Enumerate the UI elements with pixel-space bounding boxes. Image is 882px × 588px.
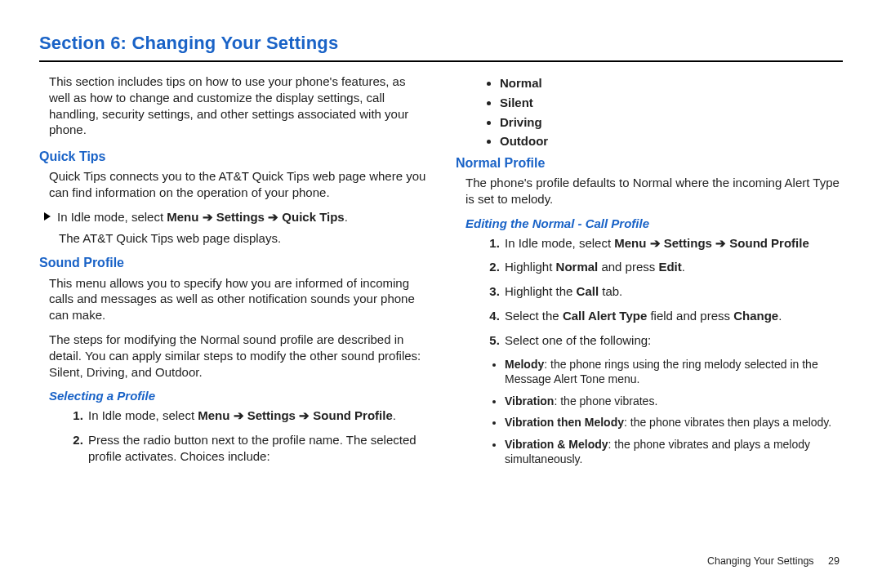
editing-steps: In Idle mode, select Menu ➔ Settings ➔ S… [456, 235, 843, 349]
text: . [778, 309, 782, 323]
profile-choice-list: Normal Silent Driving Outdoor [456, 75, 843, 149]
intro-paragraph: This section includes tips on how to use… [39, 74, 426, 138]
list-item: Highlight the Call tab. [503, 283, 843, 300]
page-number: 29 [828, 555, 840, 567]
normal-profile-body: The phone's profile defaults to Normal w… [456, 175, 843, 207]
menu-label: Menu [198, 408, 229, 422]
list-item: Normal [500, 75, 843, 91]
call-label: Call [577, 284, 599, 298]
list-item: Vibration & Melody: the phone vibrates a… [505, 437, 843, 467]
arrow-icon: ➔ [646, 236, 663, 250]
quick-tips-body: Quick Tips connects you to the AT&T Quic… [39, 168, 426, 201]
right-column: Normal Silent Driving Outdoor Normal Pro… [456, 74, 843, 473]
selecting-profile-heading: Selecting a Profile [39, 388, 426, 404]
list-item: Select the Call Alert Type field and pre… [503, 308, 843, 324]
list-item: In Idle mode, select Menu ➔ Settings ➔ S… [87, 408, 426, 424]
quick-tips-step: In Idle mode, select Menu ➔ Settings ➔ Q… [44, 209, 426, 225]
text: Select the [505, 309, 563, 323]
settings-label: Settings [664, 236, 712, 250]
menu-label: Menu [614, 236, 646, 250]
selecting-profile-steps: In Idle mode, select Menu ➔ Settings ➔ S… [39, 408, 426, 464]
arrow-icon: ➔ [198, 210, 216, 224]
quick-tips-label: Quick Tips [282, 210, 344, 224]
edit-label: Edit [658, 260, 681, 274]
option-name: Vibration then Melody [505, 416, 624, 429]
editing-normal-call-heading: Editing the Normal - Call Profile [456, 216, 843, 232]
option-desc: : the phone vibrates. [554, 394, 657, 408]
text: In Idle mode, select [505, 236, 614, 250]
alert-type-options: Melody: the phone rings using the ring m… [456, 357, 843, 467]
list-item: Vibration then Melody: the phone vibrate… [505, 415, 843, 430]
normal-label: Normal [556, 260, 599, 274]
text: In Idle mode, select [57, 210, 167, 224]
sound-profile-label: Sound Profile [729, 236, 809, 250]
call-alert-type-label: Call Alert Type [563, 309, 647, 323]
quick-tips-heading: Quick Tips [39, 148, 426, 165]
list-item: Highlight Normal and press Edit. [503, 259, 843, 275]
page: Section 6: Changing Your Settings This s… [0, 0, 882, 588]
option-name: Melody [505, 358, 544, 371]
list-item: Melody: the phone rings using the ring m… [505, 357, 843, 387]
menu-label: Menu [167, 210, 198, 224]
text: Highlight [505, 260, 556, 274]
list-item: Outdoor [500, 133, 843, 149]
list-item: Driving [500, 114, 843, 131]
list-item: Silent [500, 95, 843, 111]
normal-profile-heading: Normal Profile [456, 154, 843, 172]
arrow-icon: ➔ [265, 210, 282, 224]
text: In Idle mode, select [88, 408, 198, 422]
option-desc: : the phone rings using the ring melody … [505, 358, 818, 385]
text: tab. [599, 284, 622, 298]
quick-tips-after: The AT&T Quick Tips web page displays. [39, 230, 426, 247]
sound-profile-label: Sound Profile [313, 408, 393, 422]
text: . [345, 210, 348, 224]
section-title: Section 6: Changing Your Settings [39, 33, 843, 54]
list-item: Vibration: the phone vibrates. [505, 394, 843, 408]
triangle-bullet-icon [44, 212, 51, 220]
text: field and press [647, 309, 733, 323]
sound-profile-p2: The steps for modifying the Normal sound… [39, 332, 426, 380]
text: . [393, 408, 396, 422]
option-desc: : the phone vibrates then plays a melody… [624, 416, 831, 429]
text: and press [598, 260, 658, 274]
page-footer: Changing Your Settings 29 [707, 555, 840, 567]
list-item: In Idle mode, select Menu ➔ Settings ➔ S… [503, 235, 843, 252]
two-column-layout: This section includes tips on how to use… [39, 74, 843, 473]
list-item: Select one of the following: [503, 332, 843, 349]
option-name: Vibration & Melody [505, 438, 608, 451]
settings-label: Settings [247, 408, 296, 422]
option-name: Vibration [505, 394, 554, 408]
list-item: Press the radio button next to the profi… [87, 432, 426, 465]
settings-label: Settings [216, 210, 265, 224]
quick-tips-step-text: In Idle mode, select Menu ➔ Settings ➔ Q… [57, 209, 348, 225]
sound-profile-p1: This menu allows you to specify how you … [39, 275, 426, 323]
text: . [682, 260, 685, 274]
footer-label: Changing Your Settings [707, 555, 814, 567]
left-column: This section includes tips on how to use… [39, 74, 426, 473]
sound-profile-heading: Sound Profile [39, 254, 426, 271]
text: Highlight the [505, 284, 577, 298]
change-label: Change [733, 309, 778, 323]
arrow-icon: ➔ [229, 408, 247, 422]
arrow-icon: ➔ [296, 408, 313, 422]
title-rule [39, 60, 843, 62]
arrow-icon: ➔ [712, 236, 729, 250]
